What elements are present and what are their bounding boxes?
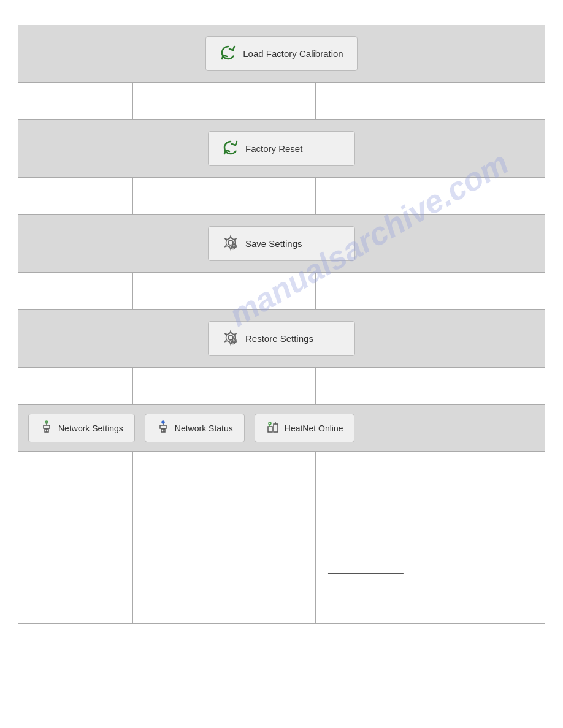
save-settings-label: Save Settings [245, 238, 302, 249]
restore-settings-row: Restore Settings [18, 310, 545, 368]
data-row-3 [18, 273, 545, 310]
bottom-cell-3 [201, 452, 316, 623]
cell-3-3 [201, 273, 316, 309]
network-settings-button[interactable]: Network Settings [28, 414, 135, 442]
heatnet-online-label: HeatNet Online [285, 423, 343, 433]
svg-point-14 [162, 421, 164, 423]
cell-3-1 [18, 273, 133, 309]
heatnet-online-icon [266, 420, 280, 436]
cell-1-2 [133, 83, 202, 119]
bottom-cell-2 [133, 452, 202, 623]
cell-2-4 [316, 178, 545, 214]
svg-point-0 [228, 240, 233, 245]
heatnet-online-button[interactable]: HeatNet Online [255, 414, 355, 442]
bottom-cell-4: _________________ [316, 452, 545, 623]
cell-1-1 [18, 83, 133, 119]
network-status-button[interactable]: Network Status [145, 414, 245, 442]
network-status-label: Network Status [175, 423, 233, 433]
data-row-4 [18, 368, 545, 405]
save-settings-button[interactable]: Save Settings [208, 226, 355, 261]
refresh-icon-1 [220, 44, 237, 63]
gear-icon-2 [222, 329, 239, 348]
svg-rect-7 [44, 425, 50, 428]
gear-icon-1 [222, 234, 239, 253]
save-settings-row: Save Settings [18, 215, 545, 273]
cell-2-2 [133, 178, 202, 214]
factory-reset-button[interactable]: Factory Reset [208, 131, 355, 166]
cell-3-2 [133, 273, 202, 309]
network-status-icon [156, 420, 170, 436]
cell-4-4 [316, 368, 545, 404]
cell-4-2 [133, 368, 202, 404]
refresh-icon-2 [222, 139, 239, 158]
bottom-link-text: _________________ [328, 565, 404, 574]
restore-settings-label: Restore Settings [245, 333, 313, 344]
main-container: Load Factory Calibration Factory Reset [18, 25, 545, 624]
cell-1-4 [316, 83, 545, 119]
data-row-2 [18, 178, 545, 215]
bottom-cell-1 [18, 452, 133, 623]
cell-4-1 [18, 368, 133, 404]
load-factory-calibration-button[interactable]: Load Factory Calibration [205, 36, 357, 71]
svg-rect-16 [268, 427, 272, 432]
bottom-data-row: _________________ [18, 452, 545, 624]
cell-4-3 [201, 368, 316, 404]
factory-reset-label: Factory Reset [245, 143, 302, 154]
load-factory-calibration-label: Load Factory Calibration [243, 48, 343, 59]
cell-1-3 [201, 83, 316, 119]
svg-rect-12 [160, 425, 166, 428]
load-factory-calibration-row: Load Factory Calibration [18, 25, 545, 83]
cell-2-1 [18, 178, 133, 214]
network-settings-label: Network Settings [58, 423, 123, 433]
network-row: Network Settings Network Status [18, 405, 545, 452]
cell-2-3 [201, 178, 316, 214]
data-row-1 [18, 83, 545, 120]
svg-point-3 [228, 335, 233, 340]
svg-point-19 [269, 422, 271, 425]
restore-settings-button[interactable]: Restore Settings [208, 321, 355, 356]
cell-3-4 [316, 273, 545, 309]
svg-rect-17 [274, 424, 278, 432]
network-settings-icon [40, 420, 53, 436]
factory-reset-row: Factory Reset [18, 120, 545, 178]
